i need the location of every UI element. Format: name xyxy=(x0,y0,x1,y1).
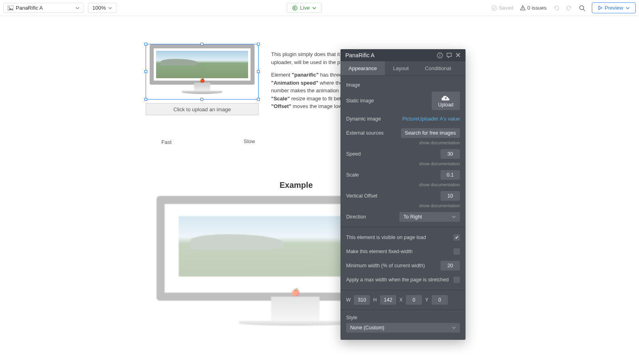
undo-button[interactable] xyxy=(553,5,560,11)
panel-title: PanaRific A xyxy=(345,52,374,58)
height-label: H xyxy=(373,297,377,303)
close-icon[interactable] xyxy=(455,52,461,58)
preview-label: Preview xyxy=(605,5,623,11)
element-selector[interactable]: PanaRific A xyxy=(3,3,84,13)
chevron-down-icon xyxy=(452,215,456,219)
property-editor-panel: PanaRific A Appearance Layout Conditiona… xyxy=(340,49,466,340)
direction-select[interactable]: To Right xyxy=(399,212,460,222)
style-value: None (Custom) xyxy=(350,325,384,331)
height-input[interactable] xyxy=(380,295,396,305)
y-label: Y xyxy=(425,297,428,303)
resize-handle[interactable] xyxy=(200,98,203,101)
search-free-images-button[interactable]: Search for free images xyxy=(401,128,460,138)
svg-point-1 xyxy=(9,6,10,7)
dynamic-image-value[interactable]: PictureUploader A's value xyxy=(402,116,460,122)
apple-logo-icon: 🍎 xyxy=(200,78,205,83)
fixed-width-label: Make this element fixed-width xyxy=(346,249,413,254)
warning-icon xyxy=(520,5,526,11)
x-input[interactable] xyxy=(406,295,422,305)
tab-layout[interactable]: Layout xyxy=(385,61,417,75)
visible-on-load-checkbox[interactable] xyxy=(453,234,460,241)
dimensions-row: W H X Y xyxy=(346,295,460,305)
selected-element-panarific[interactable]: 🍎 xyxy=(146,44,259,100)
saved-label: Saved xyxy=(499,5,514,11)
svg-rect-0 xyxy=(8,6,13,10)
issues-button[interactable]: 0 issues xyxy=(520,5,547,11)
fixed-width-checkbox[interactable] xyxy=(453,248,460,255)
svg-line-7 xyxy=(583,9,585,11)
image-section-label: Image xyxy=(346,82,460,88)
info-icon[interactable] xyxy=(437,52,443,58)
visible-on-load-label: This element is visible on page load xyxy=(346,235,426,240)
svg-point-5 xyxy=(522,9,523,10)
vertical-offset-input[interactable] xyxy=(441,191,460,201)
fast-label: Fast xyxy=(161,139,171,145)
check-circle-icon xyxy=(491,5,497,11)
chevron-down-icon xyxy=(452,326,456,330)
direction-label: Direction xyxy=(346,214,366,220)
upload-image-button[interactable]: Click to upload an image xyxy=(146,103,259,115)
zoom-selector[interactable]: 100% xyxy=(88,3,117,13)
svg-point-6 xyxy=(580,6,584,10)
panel-tabs: Appearance Layout Conditional xyxy=(340,61,466,76)
resize-handle[interactable] xyxy=(144,98,147,101)
upload-button[interactable]: Upload xyxy=(432,92,460,110)
panel-header[interactable]: PanaRific A xyxy=(340,49,466,61)
resize-handle[interactable] xyxy=(144,43,147,46)
direction-value: To Right xyxy=(403,214,422,220)
svg-point-2 xyxy=(292,6,297,10)
svg-point-9 xyxy=(440,54,441,54)
width-label: W xyxy=(346,297,351,303)
live-dropdown[interactable]: Live xyxy=(287,3,322,13)
top-toolbar: PanaRific A 100% Live Saved 0 issues Pre… xyxy=(0,0,639,16)
scale-input[interactable] xyxy=(441,170,460,180)
chevron-down-icon xyxy=(75,6,79,10)
chevron-down-icon xyxy=(108,6,112,10)
show-documentation-link[interactable]: show documentation xyxy=(346,140,460,145)
min-width-input[interactable] xyxy=(441,261,460,270)
scale-label: Scale xyxy=(346,172,359,178)
upload-btn-label: Click to upload an image xyxy=(173,106,231,112)
style-select[interactable]: None (Custom) xyxy=(346,323,460,333)
x-label: X xyxy=(399,297,403,303)
min-width-label: Minimum width (% of current width) xyxy=(346,263,425,268)
chevron-down-icon xyxy=(626,6,630,10)
resize-handle[interactable] xyxy=(144,70,147,73)
image-icon xyxy=(8,6,13,10)
editor-canvas[interactable]: 🍎 Click to upload an image This plugin s… xyxy=(0,16,639,364)
resize-handle[interactable] xyxy=(200,43,203,46)
max-width-checkbox[interactable] xyxy=(453,277,460,283)
slow-label: Slow xyxy=(244,138,255,144)
show-documentation-link[interactable]: show documentation xyxy=(346,161,460,166)
width-input[interactable] xyxy=(354,295,370,305)
y-input[interactable] xyxy=(432,295,448,305)
redo-button[interactable] xyxy=(566,5,572,11)
live-icon xyxy=(292,5,298,11)
monitor-mockup-small: 🍎 xyxy=(146,44,258,99)
cloud-upload-icon xyxy=(441,94,450,101)
static-image-label: Static image xyxy=(346,98,374,104)
play-icon xyxy=(598,6,602,10)
issues-count: 0 issues xyxy=(527,5,547,11)
preview-button[interactable]: Preview xyxy=(592,2,636,13)
show-documentation-link[interactable]: show documentation xyxy=(346,203,460,208)
saved-status: Saved xyxy=(491,5,514,11)
upload-label: Upload xyxy=(438,102,453,108)
style-label: Style xyxy=(346,315,460,320)
max-width-label: Apply a max width when the page is stret… xyxy=(346,277,449,283)
resize-handle[interactable] xyxy=(257,70,260,73)
resize-handle[interactable] xyxy=(257,98,260,101)
vertical-offset-label: Vertical Offset xyxy=(346,193,378,199)
tab-appearance[interactable]: Appearance xyxy=(340,61,385,75)
speed-input[interactable] xyxy=(441,149,460,159)
dynamic-image-label: Dynamic image xyxy=(346,116,381,122)
resize-handle[interactable] xyxy=(257,43,260,46)
zoom-value: 100% xyxy=(92,5,106,11)
search-button[interactable] xyxy=(579,5,585,11)
live-label: Live xyxy=(300,5,310,11)
show-documentation-link[interactable]: show documentation xyxy=(346,182,460,187)
element-name: PanaRific A xyxy=(16,5,43,11)
tab-conditional[interactable]: Conditional xyxy=(417,61,459,75)
comment-icon[interactable] xyxy=(446,52,452,58)
chevron-down-icon xyxy=(312,6,316,10)
